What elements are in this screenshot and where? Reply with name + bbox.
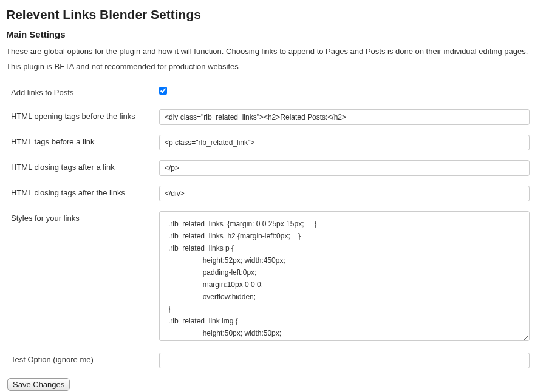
textarea-styles[interactable] — [159, 211, 530, 341]
description-1: These are global options for the plugin … — [6, 47, 540, 56]
input-after-link[interactable] — [159, 160, 530, 176]
label-before-link: HTML tags before a link — [6, 130, 157, 155]
checkbox-add-to-posts[interactable] — [159, 87, 167, 95]
row-styles: Styles for your links — [6, 206, 540, 348]
row-after-link: HTML closing tags after a link — [6, 155, 540, 181]
row-opening-tags: HTML opening tags before the links — [6, 104, 540, 130]
label-add-to-posts: Add links to Posts — [6, 81, 157, 104]
label-opening-tags: HTML opening tags before the links — [6, 104, 157, 130]
input-opening-tags[interactable] — [159, 109, 530, 125]
save-button[interactable]: Save Changes — [7, 378, 70, 391]
label-after-link: HTML closing tags after a link — [6, 155, 157, 181]
settings-table: Add links to Posts HTML opening tags bef… — [6, 81, 540, 373]
page-title: Relevent Links Blender Settings — [6, 7, 540, 22]
submit-row: Save Changes — [6, 378, 540, 391]
row-after-links: HTML closing tags after the links — [6, 181, 540, 206]
settings-wrap: Relevent Links Blender Settings Main Set… — [0, 0, 546, 392]
label-styles: Styles for your links — [6, 206, 157, 348]
input-after-links[interactable] — [159, 186, 530, 201]
row-before-link: HTML tags before a link — [6, 130, 540, 155]
row-test-option: Test Option (ignore me) — [6, 348, 540, 373]
label-test-option: Test Option (ignore me) — [6, 348, 157, 373]
input-before-link[interactable] — [159, 135, 530, 150]
description-2: This plugin is BETA and not recommended … — [6, 62, 540, 71]
row-add-to-posts: Add links to Posts — [6, 81, 540, 104]
input-test-option[interactable] — [159, 353, 530, 368]
section-title: Main Settings — [6, 29, 540, 39]
label-after-links: HTML closing tags after the links — [6, 181, 157, 206]
